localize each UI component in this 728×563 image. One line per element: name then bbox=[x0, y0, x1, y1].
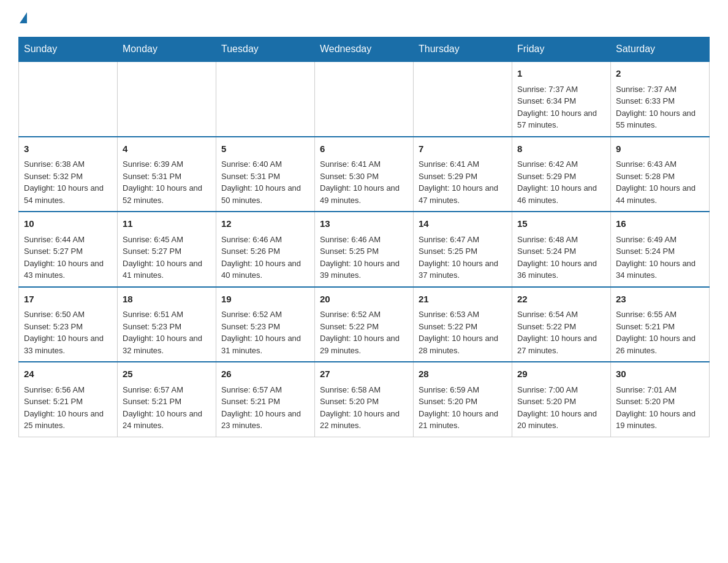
calendar-cell bbox=[216, 61, 315, 137]
calendar-cell: 8Sunrise: 6:42 AM Sunset: 5:29 PM Daylig… bbox=[512, 137, 611, 212]
day-number: 21 bbox=[419, 293, 507, 307]
calendar-cell: 17Sunrise: 6:50 AM Sunset: 5:23 PM Dayli… bbox=[19, 287, 118, 362]
day-number: 20 bbox=[320, 293, 408, 307]
day-info: Sunrise: 6:56 AM Sunset: 5:21 PM Dayligh… bbox=[24, 384, 112, 432]
day-info: Sunrise: 6:51 AM Sunset: 5:23 PM Dayligh… bbox=[123, 308, 211, 356]
day-info: Sunrise: 6:46 AM Sunset: 5:25 PM Dayligh… bbox=[320, 234, 408, 282]
day-number: 5 bbox=[221, 142, 309, 156]
day-number: 11 bbox=[123, 217, 211, 231]
calendar-cell: 30Sunrise: 7:01 AM Sunset: 5:20 PM Dayli… bbox=[611, 362, 710, 437]
day-number: 27 bbox=[320, 367, 408, 381]
day-number: 9 bbox=[616, 142, 704, 156]
day-number: 13 bbox=[320, 217, 408, 231]
day-number: 30 bbox=[616, 367, 704, 381]
day-info: Sunrise: 6:43 AM Sunset: 5:28 PM Dayligh… bbox=[616, 158, 704, 206]
calendar-week-4: 17Sunrise: 6:50 AM Sunset: 5:23 PM Dayli… bbox=[19, 287, 710, 362]
calendar-header-row: SundayMondayTuesdayWednesdayThursdayFrid… bbox=[19, 37, 710, 62]
day-number: 25 bbox=[123, 367, 211, 381]
day-info: Sunrise: 6:40 AM Sunset: 5:31 PM Dayligh… bbox=[221, 158, 309, 206]
calendar-cell: 22Sunrise: 6:54 AM Sunset: 5:22 PM Dayli… bbox=[512, 287, 611, 362]
day-info: Sunrise: 6:42 AM Sunset: 5:29 PM Dayligh… bbox=[517, 158, 605, 206]
day-number: 4 bbox=[123, 142, 211, 156]
day-number: 18 bbox=[123, 293, 211, 307]
calendar-week-2: 3Sunrise: 6:38 AM Sunset: 5:32 PM Daylig… bbox=[19, 137, 710, 212]
calendar-table: SundayMondayTuesdayWednesdayThursdayFrid… bbox=[18, 37, 710, 437]
calendar-cell bbox=[118, 61, 216, 137]
day-number: 6 bbox=[320, 142, 408, 156]
logo-triangle-icon bbox=[20, 12, 27, 23]
calendar-cell: 18Sunrise: 6:51 AM Sunset: 5:23 PM Dayli… bbox=[118, 287, 216, 362]
calendar-cell: 1Sunrise: 7:37 AM Sunset: 6:34 PM Daylig… bbox=[512, 61, 611, 137]
calendar-cell: 27Sunrise: 6:58 AM Sunset: 5:20 PM Dayli… bbox=[315, 362, 414, 437]
day-info: Sunrise: 6:47 AM Sunset: 5:25 PM Dayligh… bbox=[419, 234, 507, 282]
calendar-cell: 13Sunrise: 6:46 AM Sunset: 5:25 PM Dayli… bbox=[315, 212, 414, 287]
day-number: 12 bbox=[221, 217, 309, 231]
calendar-cell: 23Sunrise: 6:55 AM Sunset: 5:21 PM Dayli… bbox=[611, 287, 710, 362]
day-number: 22 bbox=[517, 293, 605, 307]
logo bbox=[18, 12, 27, 25]
day-number: 16 bbox=[616, 217, 704, 231]
calendar-cell: 26Sunrise: 6:57 AM Sunset: 5:21 PM Dayli… bbox=[216, 362, 315, 437]
calendar-week-3: 10Sunrise: 6:44 AM Sunset: 5:27 PM Dayli… bbox=[19, 212, 710, 287]
header bbox=[18, 12, 710, 25]
calendar-cell: 29Sunrise: 7:00 AM Sunset: 5:20 PM Dayli… bbox=[512, 362, 611, 437]
calendar-cell: 10Sunrise: 6:44 AM Sunset: 5:27 PM Dayli… bbox=[19, 212, 118, 287]
calendar-cell: 12Sunrise: 6:46 AM Sunset: 5:26 PM Dayli… bbox=[216, 212, 315, 287]
calendar-cell bbox=[19, 61, 118, 137]
calendar-cell bbox=[414, 61, 512, 137]
day-number: 2 bbox=[616, 67, 704, 81]
calendar-cell: 11Sunrise: 6:45 AM Sunset: 5:27 PM Dayli… bbox=[118, 212, 216, 287]
day-info: Sunrise: 6:38 AM Sunset: 5:32 PM Dayligh… bbox=[24, 158, 112, 206]
day-number: 23 bbox=[616, 293, 704, 307]
day-number: 3 bbox=[24, 142, 112, 156]
calendar-header-monday: Monday bbox=[118, 37, 216, 62]
calendar-header-friday: Friday bbox=[512, 37, 611, 62]
day-info: Sunrise: 6:53 AM Sunset: 5:22 PM Dayligh… bbox=[419, 308, 507, 356]
day-info: Sunrise: 6:50 AM Sunset: 5:23 PM Dayligh… bbox=[24, 308, 112, 356]
day-info: Sunrise: 6:39 AM Sunset: 5:31 PM Dayligh… bbox=[123, 158, 211, 206]
calendar-cell bbox=[315, 61, 414, 137]
day-number: 26 bbox=[221, 367, 309, 381]
day-number: 15 bbox=[517, 217, 605, 231]
calendar-week-5: 24Sunrise: 6:56 AM Sunset: 5:21 PM Dayli… bbox=[19, 362, 710, 437]
day-info: Sunrise: 6:49 AM Sunset: 5:24 PM Dayligh… bbox=[616, 234, 704, 282]
calendar-cell: 4Sunrise: 6:39 AM Sunset: 5:31 PM Daylig… bbox=[118, 137, 216, 212]
day-number: 19 bbox=[221, 293, 309, 307]
calendar-header-tuesday: Tuesday bbox=[216, 37, 315, 62]
calendar-cell: 3Sunrise: 6:38 AM Sunset: 5:32 PM Daylig… bbox=[19, 137, 118, 212]
calendar-cell: 14Sunrise: 6:47 AM Sunset: 5:25 PM Dayli… bbox=[414, 212, 512, 287]
day-info: Sunrise: 6:46 AM Sunset: 5:26 PM Dayligh… bbox=[221, 234, 309, 282]
day-number: 29 bbox=[517, 367, 605, 381]
calendar-cell: 24Sunrise: 6:56 AM Sunset: 5:21 PM Dayli… bbox=[19, 362, 118, 437]
day-info: Sunrise: 6:57 AM Sunset: 5:21 PM Dayligh… bbox=[123, 384, 211, 432]
day-info: Sunrise: 6:55 AM Sunset: 5:21 PM Dayligh… bbox=[616, 308, 704, 356]
calendar-cell: 2Sunrise: 7:37 AM Sunset: 6:33 PM Daylig… bbox=[611, 61, 710, 137]
day-number: 24 bbox=[24, 367, 112, 381]
calendar-header-saturday: Saturday bbox=[611, 37, 710, 62]
day-info: Sunrise: 7:00 AM Sunset: 5:20 PM Dayligh… bbox=[517, 384, 605, 432]
day-number: 28 bbox=[419, 367, 507, 381]
day-info: Sunrise: 7:37 AM Sunset: 6:34 PM Dayligh… bbox=[517, 83, 605, 131]
day-info: Sunrise: 6:52 AM Sunset: 5:22 PM Dayligh… bbox=[320, 308, 408, 356]
calendar-cell: 16Sunrise: 6:49 AM Sunset: 5:24 PM Dayli… bbox=[611, 212, 710, 287]
calendar-header-sunday: Sunday bbox=[19, 37, 118, 62]
day-info: Sunrise: 6:44 AM Sunset: 5:27 PM Dayligh… bbox=[24, 234, 112, 282]
day-info: Sunrise: 7:01 AM Sunset: 5:20 PM Dayligh… bbox=[616, 384, 704, 432]
calendar-header-thursday: Thursday bbox=[414, 37, 512, 62]
day-info: Sunrise: 6:59 AM Sunset: 5:20 PM Dayligh… bbox=[419, 384, 507, 432]
calendar-cell: 19Sunrise: 6:52 AM Sunset: 5:23 PM Dayli… bbox=[216, 287, 315, 362]
day-info: Sunrise: 6:41 AM Sunset: 5:30 PM Dayligh… bbox=[320, 158, 408, 206]
day-info: Sunrise: 6:58 AM Sunset: 5:20 PM Dayligh… bbox=[320, 384, 408, 432]
day-number: 17 bbox=[24, 293, 112, 307]
day-number: 7 bbox=[419, 142, 507, 156]
day-info: Sunrise: 7:37 AM Sunset: 6:33 PM Dayligh… bbox=[616, 83, 704, 131]
calendar-week-1: 1Sunrise: 7:37 AM Sunset: 6:34 PM Daylig… bbox=[19, 61, 710, 137]
calendar-cell: 5Sunrise: 6:40 AM Sunset: 5:31 PM Daylig… bbox=[216, 137, 315, 212]
day-info: Sunrise: 6:57 AM Sunset: 5:21 PM Dayligh… bbox=[221, 384, 309, 432]
day-number: 14 bbox=[419, 217, 507, 231]
calendar-cell: 25Sunrise: 6:57 AM Sunset: 5:21 PM Dayli… bbox=[118, 362, 216, 437]
calendar-header-wednesday: Wednesday bbox=[315, 37, 414, 62]
day-info: Sunrise: 6:48 AM Sunset: 5:24 PM Dayligh… bbox=[517, 234, 605, 282]
day-number: 8 bbox=[517, 142, 605, 156]
day-info: Sunrise: 6:54 AM Sunset: 5:22 PM Dayligh… bbox=[517, 308, 605, 356]
